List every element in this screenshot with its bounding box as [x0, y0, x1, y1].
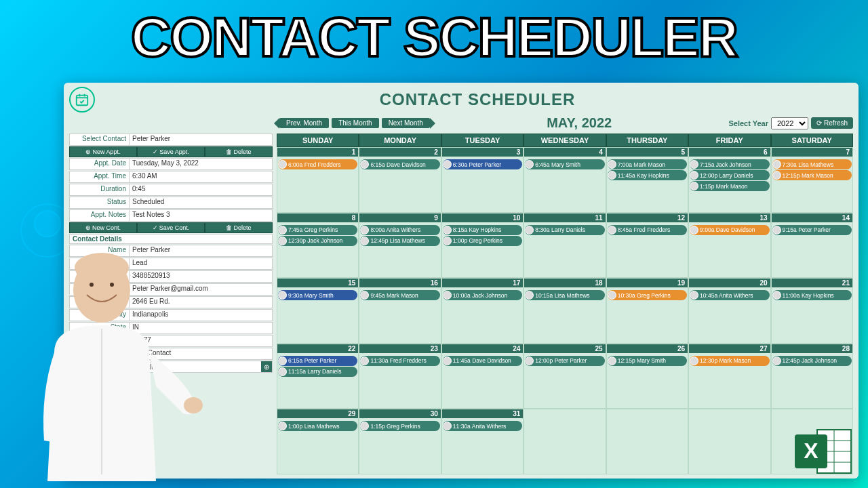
calendar-event[interactable]: 6:15a Dave Davidson — [360, 159, 439, 169]
next-month-button[interactable]: Next Month — [382, 118, 430, 128]
delete-appt-button[interactable]: 🗑Delete — [205, 146, 273, 157]
calendar-event[interactable]: 10:15a Lisa Mathews — [525, 290, 604, 300]
day-number: 7 — [772, 148, 852, 157]
calendar-event[interactable]: 12:30p Mark Mason — [690, 356, 769, 366]
calendar-event[interactable]: 12:00p Peter Parker — [525, 356, 604, 366]
calendar-event[interactable]: 11:15a Larry Daniels — [278, 367, 357, 377]
duration-field[interactable]: 0:45 — [130, 184, 272, 195]
calendar-event[interactable]: 7:30a Lisa Mathews — [772, 159, 852, 169]
event-label: 10:00a Jack Johnson — [453, 292, 507, 299]
calendar-event[interactable]: 11:45a Dave Davidson — [443, 356, 522, 366]
calendar-event[interactable]: 12:45p Jack Johnson — [772, 356, 852, 366]
calendar-event[interactable]: 9:00a Dave Davidson — [690, 225, 769, 235]
calendar-day[interactable]: 36:30a Peter Parker — [441, 147, 524, 213]
calendar-day[interactable] — [606, 409, 688, 474]
calendar-event[interactable]: 6:15a Peter Parker — [278, 356, 357, 366]
this-month-button[interactable]: This Month — [332, 118, 378, 128]
calendar-event[interactable]: 9:45a Mark Mason — [360, 290, 439, 300]
calendar-day[interactable] — [524, 409, 606, 474]
delete-contact-button[interactable]: 🗑Delete — [205, 222, 273, 233]
new-appt-button[interactable]: ⊕New Appt. — [69, 146, 137, 157]
calendar-day[interactable]: 2111:00a Kay Hopkins — [771, 278, 853, 344]
avatar — [772, 291, 781, 300]
calendar-day[interactable]: 57:00a Mark Mason11:45a Kay Hopkins — [606, 147, 688, 213]
calendar-event[interactable]: 11:30a Fred Fredders — [360, 356, 439, 366]
calendar-day[interactable]: 1810:15a Lisa Mathews — [524, 278, 606, 344]
calendar-event[interactable]: 10:45a Anita Withers — [690, 290, 769, 300]
calendar-event[interactable]: 6:45a Mary Smith — [525, 159, 604, 169]
calendar-event[interactable]: 11:00a Kay Hopkins — [772, 290, 852, 300]
calendar-event[interactable]: 11:30a Anita Withers — [443, 421, 522, 431]
calendar-day[interactable]: 26:15a Dave Davidson — [359, 147, 441, 213]
refresh-button[interactable]: ⟳Refresh — [811, 117, 853, 129]
calendar-day[interactable]: 226:15a Peter Parker11:15a Larry Daniels — [277, 344, 359, 409]
calendar-event[interactable]: 1:00p Lisa Mathews — [278, 421, 357, 431]
appt-date-field[interactable]: Tuesday, May 3, 2022 — [130, 159, 272, 169]
calendar-day[interactable] — [688, 409, 770, 474]
day-number: 14 — [772, 214, 852, 222]
calendar-event[interactable]: 12:15p Mary Smith — [608, 356, 687, 366]
calendar-event[interactable]: 10:30a Greg Perkins — [608, 290, 687, 300]
calendar-day[interactable]: 2512:00p Peter Parker — [524, 344, 606, 409]
calendar-event[interactable]: 12:45p Lisa Mathews — [360, 236, 439, 246]
calendar-day[interactable]: 139:00a Dave Davidson — [688, 213, 770, 279]
calendar-day[interactable]: 67:15a Jack Johnson12:00p Larry Daniels1… — [688, 147, 770, 213]
day-number: 21 — [772, 279, 852, 287]
calendar-day[interactable]: 118:30a Larry Daniels — [524, 213, 606, 279]
calendar-day[interactable]: 1710:00a Jack Johnson — [441, 278, 524, 344]
calendar-day[interactable]: 159:30a Mary Smith — [277, 278, 359, 344]
calendar-event[interactable]: 12:00p Larry Daniels — [690, 170, 769, 180]
appt-time-field[interactable]: 6:30 AM — [130, 171, 272, 182]
calendar-day[interactable]: 2411:45a Dave Davidson — [441, 344, 524, 409]
calendar-day[interactable]: 291:00p Lisa Mathews — [277, 409, 359, 474]
calendar-event[interactable]: 6:30a Peter Parker — [443, 159, 522, 169]
select-contact-field[interactable]: Peter Parker — [130, 134, 272, 145]
add-picture-button[interactable]: ⊕ — [261, 361, 272, 372]
calendar-event[interactable]: 12:15p Mark Mason — [772, 170, 852, 180]
status-field[interactable]: Scheduled — [130, 197, 272, 208]
year-select[interactable]: 2022 — [771, 117, 808, 129]
calendar-day[interactable]: 2311:30a Fred Fredders — [359, 344, 441, 409]
prev-month-button[interactable]: Prev. Month — [279, 118, 329, 128]
calendar-day[interactable]: 2712:30p Mark Mason — [688, 344, 770, 409]
calendar-event[interactable]: 7:00a Mark Mason — [608, 159, 687, 169]
calendar-day[interactable]: 108:15a Kay Hopkins1:00p Greg Perkins — [441, 213, 524, 279]
calendar-event[interactable]: 8:30a Larry Daniels — [525, 225, 604, 235]
calendar-event[interactable]: 8:15a Kay Hopkins — [443, 225, 522, 235]
calendar-event[interactable]: 8:45a Fred Fredders — [608, 225, 687, 235]
calendar-event[interactable]: 8:00a Anita Withers — [360, 225, 439, 235]
calendar-event[interactable]: 11:45a Kay Hopkins — [608, 170, 687, 180]
calendar-day[interactable]: 87:45a Greg Perkins12:30p Jack Johnson — [277, 213, 359, 279]
calendar-day[interactable]: 77:30a Lisa Mathews12:15p Mark Mason — [771, 147, 853, 213]
calendar-day[interactable]: 301:15p Greg Perkins — [359, 409, 441, 474]
calendar-event[interactable]: 7:15a Jack Johnson — [690, 159, 769, 169]
calendar-day[interactable]: 2010:45a Anita Withers — [688, 278, 770, 344]
calendar-day[interactable]: 2812:45p Jack Johnson — [771, 344, 853, 409]
calendar-day[interactable]: 149:15a Peter Parker — [771, 213, 853, 279]
calendar-event[interactable]: 1:15p Mark Mason — [690, 181, 769, 191]
calendar-day[interactable]: 2612:15p Mary Smith — [606, 344, 688, 409]
calendar-event[interactable]: 9:15a Peter Parker — [772, 225, 852, 235]
calendar-event[interactable]: 1:15p Greg Perkins — [360, 421, 439, 431]
avatar — [690, 160, 698, 169]
calendar-event[interactable]: 1:00p Greg Perkins — [443, 236, 522, 246]
calendar-day[interactable]: 128:45a Fred Fredders — [606, 213, 688, 279]
calendar-event[interactable]: 9:30a Mary Smith — [278, 290, 357, 300]
refresh-icon: ⟳ — [816, 119, 822, 127]
calendar-day[interactable]: 3111:30a Anita Withers — [441, 409, 524, 474]
event-label: 10:45a Anita Withers — [700, 292, 753, 299]
calendar-day[interactable]: 16:00a Fred Fredders — [277, 147, 359, 213]
calendar-event[interactable]: 10:00a Jack Johnson — [443, 290, 522, 300]
calendar-day[interactable]: 169:45a Mark Mason — [359, 278, 441, 344]
save-appt-button[interactable]: ✓Save Appt. — [137, 146, 205, 157]
calendar-day[interactable]: 46:45a Mary Smith — [524, 147, 606, 213]
avatar — [443, 237, 452, 245]
appt-notes-field[interactable]: Test Notes 3 — [130, 210, 272, 221]
calendar-event[interactable]: 6:00a Fred Fredders — [278, 159, 357, 169]
day-number: 26 — [607, 344, 688, 353]
calendar-day[interactable]: 1910:30a Greg Perkins — [606, 278, 688, 344]
calendar-event[interactable]: 12:30p Jack Johnson — [278, 236, 357, 246]
calendar-event[interactable]: 7:45a Greg Perkins — [278, 225, 357, 235]
event-label: 6:15a Dave Davidson — [370, 161, 425, 168]
calendar-day[interactable]: 98:00a Anita Withers12:45p Lisa Mathews — [359, 213, 441, 279]
